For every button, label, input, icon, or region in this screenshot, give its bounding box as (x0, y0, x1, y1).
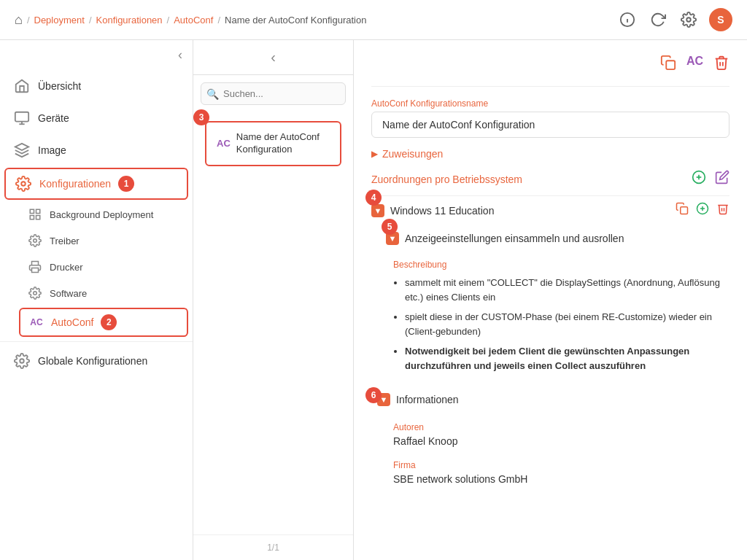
autoren-label: Autoren (393, 422, 729, 432)
software-icon (28, 286, 42, 300)
informationen-section: 6 ▼ Informationen Autoren Raffael Knoop … (371, 393, 729, 489)
sidebar-item-treiber[interactable]: Treiber (15, 228, 193, 254)
os-label: Windows 11 Education (390, 205, 494, 217)
breadcrumb-sep-2: / (89, 15, 92, 26)
config-item-badge: 3 (193, 109, 209, 125)
informationen-badge: 6 (365, 387, 382, 403)
zuordnung-actions (692, 170, 729, 188)
firma-value: SBE network solutions GmbH (393, 473, 729, 489)
firma-label: Firma (393, 460, 729, 470)
zuweisungen-toggle[interactable]: ▶ Zuweisungen (371, 148, 729, 160)
policy-row-left: ▼ Anzeigeeinstellungen einsammeln und au… (386, 232, 624, 245)
sidebar-item-uebersicht[interactable]: Übersicht (0, 70, 193, 102)
copy-os-button[interactable] (676, 202, 689, 219)
ac-icon: AC (217, 136, 231, 152)
sidebar-divider (0, 341, 193, 342)
background-deployment-label: Background Deployment (50, 209, 153, 220)
add-os-button[interactable] (696, 202, 709, 219)
svg-point-3 (686, 18, 691, 22)
informationen-toggle[interactable]: ▼ Informationen (371, 393, 459, 406)
sidebar-sub-menu: Background Deployment Treiber Drucker (0, 201, 193, 338)
zuweisungen-chevron: ▶ (371, 149, 378, 159)
sidebar-item-background-deployment[interactable]: Background Deployment (15, 201, 193, 228)
layers-icon (13, 141, 31, 159)
zuweisungen-label: Zuweisungen (382, 148, 443, 160)
informationen-content: Autoren Raffael Knoop Firma SBE network … (371, 422, 729, 489)
autoconf-name-field: AutoConf Konfigurationsname (371, 98, 729, 148)
svg-point-13 (34, 239, 37, 243)
right-panel: AC AutoConf Konfigurationsname ▶ Zuweisu… (354, 40, 747, 560)
breadcrumb: ⌂ / Deployment / Konfigurationen / AutoC… (15, 12, 366, 28)
software-label: Software (50, 288, 87, 299)
sidebar-item-geraete-label: Geräte (38, 112, 69, 124)
add-zuordnung-button[interactable] (692, 170, 706, 188)
sidebar-item-image[interactable]: Image (0, 134, 193, 166)
sidebar-item-drucker[interactable]: Drucker (15, 254, 193, 280)
sidebar-item-globale-konfigurationen[interactable]: Globale Konfigurationen (0, 345, 193, 377)
breadcrumb-sep-1: / (27, 15, 30, 26)
field-label: AutoConf Konfigurationsname (371, 98, 729, 109)
svg-rect-14 (32, 268, 39, 273)
treiber-icon (28, 233, 42, 248)
globe-icon (13, 352, 31, 370)
svg-point-8 (21, 182, 26, 186)
header: ⌂ / Deployment / Konfigurationen / AutoC… (0, 0, 747, 40)
middle-panel-footer: 1/1 (193, 534, 353, 560)
breadcrumb-sep-4: / (217, 15, 220, 26)
middle-back-button[interactable]: ‹ (271, 49, 276, 66)
svg-rect-21 (681, 207, 688, 214)
ac-edit-button[interactable]: AC (686, 55, 703, 74)
middle-panel: ‹ 🔍 3 AC Name der AutoConf Konfiguration… (193, 40, 354, 560)
refresh-icon[interactable] (648, 9, 668, 30)
sidebar-toggle-area: ‹ (0, 40, 193, 70)
svg-rect-12 (36, 216, 40, 219)
os-row-actions (676, 202, 729, 219)
grid-icon (28, 207, 42, 222)
sidebar-item-image-label: Image (38, 144, 66, 156)
sidebar-collapse-button[interactable]: ‹ (178, 47, 182, 63)
header-actions: S (617, 8, 732, 31)
settings-icon[interactable] (678, 9, 699, 30)
sidebar-item-autoconf[interactable]: AC AutoConf 2 (19, 308, 188, 337)
delete-button[interactable] (713, 55, 729, 74)
info-icon[interactable] (617, 9, 638, 30)
edit-zuordnung-button[interactable] (715, 170, 729, 188)
main-content: ‹ Übersicht Geräte Image (0, 40, 747, 560)
breadcrumb-autoconf[interactable]: AutoConf (174, 15, 213, 26)
svg-rect-9 (30, 209, 34, 213)
copy-button[interactable] (660, 55, 676, 74)
middle-panel-header: ‹ (193, 40, 353, 75)
autoconf-label: AutoConf (51, 316, 93, 328)
config-item-wrap: 3 AC Name der AutoConf Konfiguration (199, 115, 347, 172)
beschreibung-label: Beschreibung (393, 260, 729, 270)
sidebar-item-software[interactable]: Software (15, 280, 193, 306)
search-input[interactable] (201, 82, 346, 105)
svg-point-15 (34, 292, 37, 295)
home-icon (13, 77, 31, 95)
search-icon: 🔍 (206, 88, 219, 100)
breadcrumb-deployment[interactable]: Deployment (34, 15, 85, 26)
treiber-label: Treiber (50, 236, 80, 246)
zuordnung-title: Zuordnungen pro Betriebssystem (371, 174, 522, 185)
os-row-wrap: 4 ▼ Windows 11 Education (371, 195, 729, 225)
sidebar-item-konfigurationen[interactable]: Konfigurationen 1 (4, 168, 188, 200)
breadcrumb-konfigurationen[interactable]: Konfigurationen (96, 15, 163, 26)
policy-badge: 5 (382, 219, 398, 235)
gear-icon (15, 175, 32, 192)
search-wrap: 🔍 (201, 82, 346, 105)
zuordnung-header: Zuordnungen pro Betriebssystem (371, 170, 729, 188)
config-item-label: Name der AutoConf Konfiguration (236, 131, 330, 156)
sidebar-item-konfigurationen-label: Konfigurationen (39, 178, 111, 190)
home-icon[interactable]: ⌂ (15, 12, 23, 28)
beschreibung-item-1: sammelt mit einem "COLLECT" die DisplayS… (405, 276, 729, 304)
avatar[interactable]: S (709, 8, 732, 31)
svg-marker-7 (15, 144, 28, 150)
config-item[interactable]: AC Name der AutoConf Konfiguration (205, 121, 341, 166)
delete-os-button[interactable] (716, 202, 729, 219)
svg-rect-10 (36, 209, 40, 213)
globale-konfigurationen-label: Globale Konfigurationen (38, 355, 147, 367)
os-toggle-arrow[interactable]: ▼ (371, 204, 384, 217)
field-input[interactable] (371, 112, 729, 138)
autoconf-badge: 2 (101, 314, 117, 330)
sidebar-item-geraete[interactable]: Geräte (0, 102, 193, 134)
